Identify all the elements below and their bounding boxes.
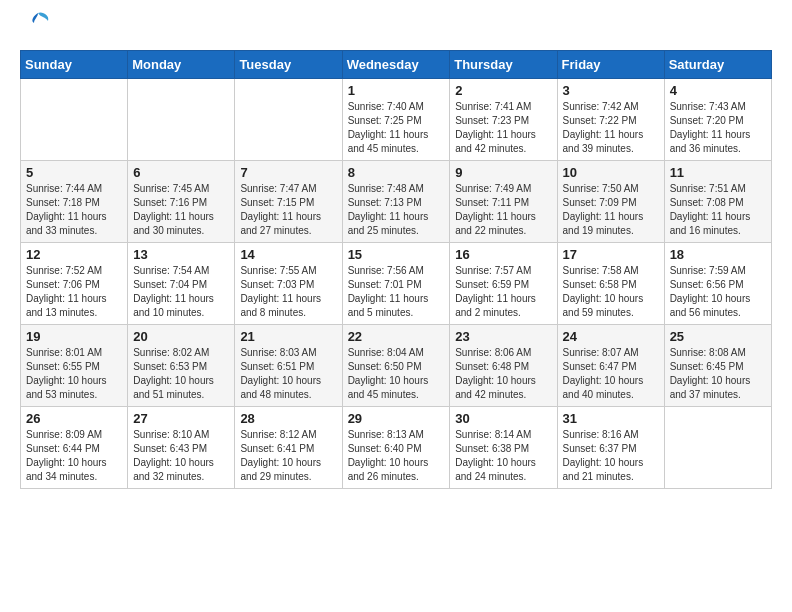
page-header: [20, 16, 772, 40]
calendar-cell: [128, 79, 235, 161]
calendar-cell: 13Sunrise: 7:54 AM Sunset: 7:04 PM Dayli…: [128, 243, 235, 325]
day-number: 29: [348, 411, 445, 426]
calendar-cell: 29Sunrise: 8:13 AM Sunset: 6:40 PM Dayli…: [342, 407, 450, 489]
calendar-cell: 19Sunrise: 8:01 AM Sunset: 6:55 PM Dayli…: [21, 325, 128, 407]
calendar-cell: 1Sunrise: 7:40 AM Sunset: 7:25 PM Daylig…: [342, 79, 450, 161]
calendar-cell: 9Sunrise: 7:49 AM Sunset: 7:11 PM Daylig…: [450, 161, 557, 243]
day-number: 27: [133, 411, 229, 426]
calendar-cell: [664, 407, 771, 489]
day-info: Sunrise: 8:04 AM Sunset: 6:50 PM Dayligh…: [348, 346, 445, 402]
day-number: 12: [26, 247, 122, 262]
day-number: 21: [240, 329, 336, 344]
calendar-week-row: 5Sunrise: 7:44 AM Sunset: 7:18 PM Daylig…: [21, 161, 772, 243]
day-info: Sunrise: 7:44 AM Sunset: 7:18 PM Dayligh…: [26, 182, 122, 238]
calendar-cell: 8Sunrise: 7:48 AM Sunset: 7:13 PM Daylig…: [342, 161, 450, 243]
day-number: 3: [563, 83, 659, 98]
day-number: 18: [670, 247, 766, 262]
calendar-week-row: 26Sunrise: 8:09 AM Sunset: 6:44 PM Dayli…: [21, 407, 772, 489]
day-info: Sunrise: 7:48 AM Sunset: 7:13 PM Dayligh…: [348, 182, 445, 238]
calendar-cell: 18Sunrise: 7:59 AM Sunset: 6:56 PM Dayli…: [664, 243, 771, 325]
logo: [20, 16, 52, 40]
day-info: Sunrise: 7:59 AM Sunset: 6:56 PM Dayligh…: [670, 264, 766, 320]
day-info: Sunrise: 7:58 AM Sunset: 6:58 PM Dayligh…: [563, 264, 659, 320]
day-number: 7: [240, 165, 336, 180]
day-info: Sunrise: 7:50 AM Sunset: 7:09 PM Dayligh…: [563, 182, 659, 238]
day-info: Sunrise: 8:02 AM Sunset: 6:53 PM Dayligh…: [133, 346, 229, 402]
day-number: 14: [240, 247, 336, 262]
day-info: Sunrise: 8:08 AM Sunset: 6:45 PM Dayligh…: [670, 346, 766, 402]
day-number: 31: [563, 411, 659, 426]
day-info: Sunrise: 7:49 AM Sunset: 7:11 PM Dayligh…: [455, 182, 551, 238]
day-number: 23: [455, 329, 551, 344]
calendar-cell: 5Sunrise: 7:44 AM Sunset: 7:18 PM Daylig…: [21, 161, 128, 243]
day-info: Sunrise: 7:40 AM Sunset: 7:25 PM Dayligh…: [348, 100, 445, 156]
logo-bird-icon: [24, 9, 52, 37]
calendar-cell: 2Sunrise: 7:41 AM Sunset: 7:23 PM Daylig…: [450, 79, 557, 161]
day-number: 15: [348, 247, 445, 262]
calendar-cell: 23Sunrise: 8:06 AM Sunset: 6:48 PM Dayli…: [450, 325, 557, 407]
day-of-week-header: Wednesday: [342, 51, 450, 79]
calendar-cell: 14Sunrise: 7:55 AM Sunset: 7:03 PM Dayli…: [235, 243, 342, 325]
day-of-week-header: Tuesday: [235, 51, 342, 79]
day-info: Sunrise: 8:10 AM Sunset: 6:43 PM Dayligh…: [133, 428, 229, 484]
calendar-cell: 10Sunrise: 7:50 AM Sunset: 7:09 PM Dayli…: [557, 161, 664, 243]
calendar-cell: 15Sunrise: 7:56 AM Sunset: 7:01 PM Dayli…: [342, 243, 450, 325]
day-info: Sunrise: 8:13 AM Sunset: 6:40 PM Dayligh…: [348, 428, 445, 484]
calendar-cell: 3Sunrise: 7:42 AM Sunset: 7:22 PM Daylig…: [557, 79, 664, 161]
calendar-cell: 26Sunrise: 8:09 AM Sunset: 6:44 PM Dayli…: [21, 407, 128, 489]
calendar-cell: 28Sunrise: 8:12 AM Sunset: 6:41 PM Dayli…: [235, 407, 342, 489]
day-number: 17: [563, 247, 659, 262]
calendar-cell: 4Sunrise: 7:43 AM Sunset: 7:20 PM Daylig…: [664, 79, 771, 161]
calendar-cell: [21, 79, 128, 161]
day-info: Sunrise: 7:43 AM Sunset: 7:20 PM Dayligh…: [670, 100, 766, 156]
day-info: Sunrise: 7:54 AM Sunset: 7:04 PM Dayligh…: [133, 264, 229, 320]
day-of-week-header: Monday: [128, 51, 235, 79]
calendar-table: SundayMondayTuesdayWednesdayThursdayFrid…: [20, 50, 772, 489]
day-info: Sunrise: 7:51 AM Sunset: 7:08 PM Dayligh…: [670, 182, 766, 238]
day-info: Sunrise: 8:07 AM Sunset: 6:47 PM Dayligh…: [563, 346, 659, 402]
calendar-cell: 20Sunrise: 8:02 AM Sunset: 6:53 PM Dayli…: [128, 325, 235, 407]
day-info: Sunrise: 7:55 AM Sunset: 7:03 PM Dayligh…: [240, 264, 336, 320]
day-info: Sunrise: 7:42 AM Sunset: 7:22 PM Dayligh…: [563, 100, 659, 156]
calendar-cell: 12Sunrise: 7:52 AM Sunset: 7:06 PM Dayli…: [21, 243, 128, 325]
calendar-cell: 27Sunrise: 8:10 AM Sunset: 6:43 PM Dayli…: [128, 407, 235, 489]
day-number: 25: [670, 329, 766, 344]
day-info: Sunrise: 7:52 AM Sunset: 7:06 PM Dayligh…: [26, 264, 122, 320]
day-number: 2: [455, 83, 551, 98]
day-number: 16: [455, 247, 551, 262]
day-info: Sunrise: 7:47 AM Sunset: 7:15 PM Dayligh…: [240, 182, 336, 238]
day-of-week-header: Saturday: [664, 51, 771, 79]
day-of-week-header: Sunday: [21, 51, 128, 79]
day-of-week-header: Friday: [557, 51, 664, 79]
calendar-week-row: 19Sunrise: 8:01 AM Sunset: 6:55 PM Dayli…: [21, 325, 772, 407]
day-number: 28: [240, 411, 336, 426]
day-info: Sunrise: 8:14 AM Sunset: 6:38 PM Dayligh…: [455, 428, 551, 484]
calendar-cell: 17Sunrise: 7:58 AM Sunset: 6:58 PM Dayli…: [557, 243, 664, 325]
day-number: 6: [133, 165, 229, 180]
calendar-week-row: 12Sunrise: 7:52 AM Sunset: 7:06 PM Dayli…: [21, 243, 772, 325]
day-info: Sunrise: 8:16 AM Sunset: 6:37 PM Dayligh…: [563, 428, 659, 484]
day-number: 24: [563, 329, 659, 344]
day-info: Sunrise: 8:09 AM Sunset: 6:44 PM Dayligh…: [26, 428, 122, 484]
day-info: Sunrise: 7:57 AM Sunset: 6:59 PM Dayligh…: [455, 264, 551, 320]
day-number: 1: [348, 83, 445, 98]
calendar-week-row: 1Sunrise: 7:40 AM Sunset: 7:25 PM Daylig…: [21, 79, 772, 161]
day-number: 19: [26, 329, 122, 344]
day-number: 10: [563, 165, 659, 180]
day-info: Sunrise: 8:03 AM Sunset: 6:51 PM Dayligh…: [240, 346, 336, 402]
calendar-cell: 25Sunrise: 8:08 AM Sunset: 6:45 PM Dayli…: [664, 325, 771, 407]
day-number: 22: [348, 329, 445, 344]
day-number: 8: [348, 165, 445, 180]
day-info: Sunrise: 7:41 AM Sunset: 7:23 PM Dayligh…: [455, 100, 551, 156]
day-number: 5: [26, 165, 122, 180]
calendar-header-row: SundayMondayTuesdayWednesdayThursdayFrid…: [21, 51, 772, 79]
calendar-cell: 30Sunrise: 8:14 AM Sunset: 6:38 PM Dayli…: [450, 407, 557, 489]
day-info: Sunrise: 7:45 AM Sunset: 7:16 PM Dayligh…: [133, 182, 229, 238]
calendar-cell: 7Sunrise: 7:47 AM Sunset: 7:15 PM Daylig…: [235, 161, 342, 243]
calendar-cell: 6Sunrise: 7:45 AM Sunset: 7:16 PM Daylig…: [128, 161, 235, 243]
calendar-cell: 11Sunrise: 7:51 AM Sunset: 7:08 PM Dayli…: [664, 161, 771, 243]
day-info: Sunrise: 8:12 AM Sunset: 6:41 PM Dayligh…: [240, 428, 336, 484]
calendar-cell: 21Sunrise: 8:03 AM Sunset: 6:51 PM Dayli…: [235, 325, 342, 407]
day-number: 13: [133, 247, 229, 262]
calendar-cell: [235, 79, 342, 161]
